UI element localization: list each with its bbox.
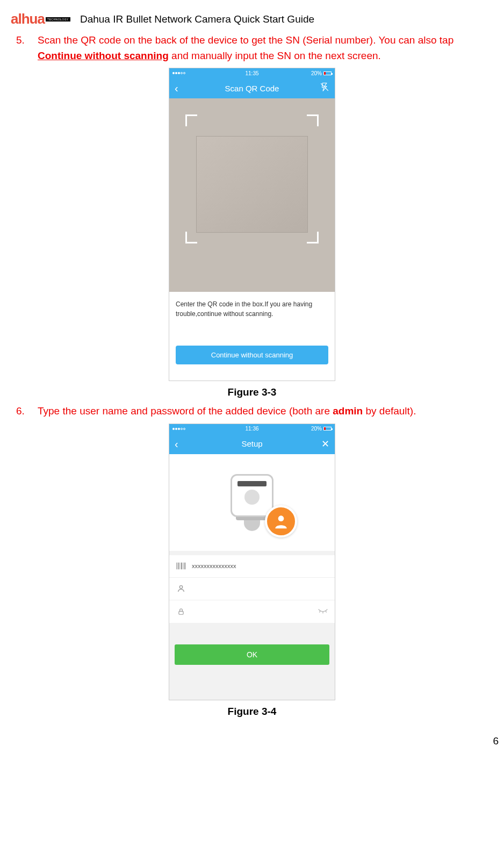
step-number: 6. <box>16 404 38 419</box>
username-field[interactable] <box>169 578 335 600</box>
status-right: 20% <box>311 70 332 76</box>
device-preview <box>169 454 335 551</box>
figure-3-3-phone: 11:35 20% ‹ Scan QR Code Center the QR c… <box>169 68 335 381</box>
continue-without-scanning-button[interactable]: Continue without scanning <box>176 346 328 364</box>
step5-text-a: Scan the QR code on the back of the devi… <box>38 34 453 46</box>
scan-instruction: Center the QR code in the box.If you are… <box>176 299 328 319</box>
battery-percent: 20% <box>311 426 322 432</box>
scan-camera-view <box>169 98 335 292</box>
figure-3-4-phone: 11:36 20% ‹ Setup ✕ xxxxxxxxxx <box>169 424 335 700</box>
status-right: 20% <box>311 426 332 432</box>
nav-bar: ‹ Scan QR Code <box>169 78 335 98</box>
status-time: 11:36 <box>245 426 258 432</box>
sn-value: xxxxxxxxxxxxxxx <box>192 563 236 569</box>
svg-rect-5 <box>181 563 182 570</box>
user-icon <box>176 584 186 593</box>
logo-text: alhua <box>11 11 45 27</box>
ok-button[interactable]: OK <box>175 644 329 665</box>
step-6: 6. Type the user name and password of th… <box>0 404 504 419</box>
page-number: 6 <box>493 735 499 747</box>
svg-rect-7 <box>184 563 185 570</box>
step-text: Type the user name and password of the a… <box>38 404 416 419</box>
close-icon[interactable]: ✕ <box>321 438 329 450</box>
sn-field: xxxxxxxxxxxxxxx <box>169 555 335 578</box>
step-text: Scan the QR code on the back of the devi… <box>38 33 488 63</box>
flash-off-icon[interactable] <box>320 82 329 94</box>
svg-line-10 <box>319 611 320 613</box>
scan-frame <box>185 114 319 243</box>
battery-icon <box>323 427 332 431</box>
svg-point-8 <box>179 586 182 589</box>
signal-icon <box>172 72 185 74</box>
step-5: 5. Scan the QR code on the back of the d… <box>0 33 504 63</box>
header-title: Dahua IR Bullet Network Camera Quick Sta… <box>80 13 314 25</box>
scan-lower-panel: Center the QR code in the box.If you are… <box>169 292 335 381</box>
lock-icon <box>176 607 186 616</box>
nav-title: Scan QR Code <box>225 84 279 93</box>
figure-3-4-caption: Figure 3-4 <box>0 706 504 718</box>
svg-rect-9 <box>179 611 183 614</box>
back-icon[interactable]: ‹ <box>175 83 178 94</box>
setup-body: xxxxxxxxxxxxxxx OK <box>169 454 335 700</box>
nav-title: Setup <box>241 439 262 448</box>
status-time: 11:35 <box>245 70 258 76</box>
svg-rect-3 <box>178 563 179 570</box>
step5-text-b: and manually input the SN on the next sc… <box>169 50 381 61</box>
step6-text-b: by default). <box>363 405 416 417</box>
step5-bold: Continue without scanning <box>38 50 169 61</box>
password-field[interactable] <box>169 600 335 623</box>
brand-logo: alhua TECHNOLOGY <box>11 11 70 27</box>
user-badge-icon <box>265 505 297 537</box>
figure-3-3-caption: Figure 3-3 <box>0 386 504 398</box>
svg-rect-2 <box>176 563 177 570</box>
back-icon[interactable]: ‹ <box>175 439 178 449</box>
step6-bold: admin <box>333 405 363 417</box>
page-header: alhua TECHNOLOGY Dahua IR Bullet Network… <box>0 0 504 33</box>
battery-icon <box>323 71 332 75</box>
form-fields: xxxxxxxxxxxxxxx <box>169 555 335 623</box>
battery-percent: 20% <box>311 70 322 76</box>
step6-text-a: Type the user name and password of the a… <box>38 405 333 417</box>
status-bar: 11:35 20% <box>169 68 335 78</box>
svg-rect-4 <box>179 563 180 570</box>
barcode-icon <box>176 562 186 570</box>
nav-bar: ‹ Setup ✕ <box>169 434 335 454</box>
logo-subtext: TECHNOLOGY <box>46 17 70 21</box>
step-number: 5. <box>16 33 38 63</box>
eye-closed-icon[interactable] <box>318 607 328 616</box>
svg-line-12 <box>326 611 327 613</box>
svg-point-1 <box>278 515 284 521</box>
signal-icon <box>172 428 185 430</box>
svg-rect-6 <box>183 563 184 570</box>
status-bar: 11:36 20% <box>169 424 335 434</box>
